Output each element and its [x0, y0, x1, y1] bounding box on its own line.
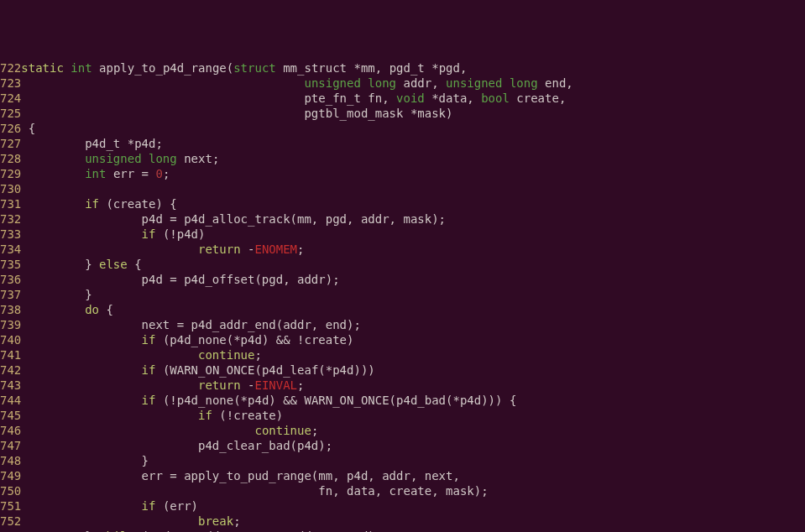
code-token: ; — [254, 348, 261, 362]
code-token: void — [396, 91, 425, 105]
line-number: 749 — [0, 469, 21, 482]
code-token — [21, 152, 85, 165]
code-token: next; — [177, 152, 220, 165]
code-token: 0 — [155, 167, 162, 180]
line-number: 746 — [0, 424, 21, 437]
code-line[interactable]: 752 break; — [0, 514, 805, 529]
code-line[interactable]: 731 if (create) { — [0, 196, 805, 211]
code-line[interactable]: 725 pgtbl_mod_mask *mask) — [0, 106, 805, 121]
code-token: pgtbl_mod_mask *mask) — [21, 107, 452, 120]
code-line[interactable]: 742 if (WARN_ON_ONCE(p4d_leaf(*p4d))) — [0, 362, 805, 378]
code-token: err = apply_to_pud_range(mm, p4d, addr, … — [21, 469, 460, 482]
code-line[interactable]: 746 continue; — [0, 423, 805, 438]
code-token: addr, — [396, 76, 446, 90]
line-number: 734 — [0, 243, 21, 256]
code-token: unsigned long — [446, 76, 538, 90]
code-line[interactable]: 733 if (!p4d) — [0, 227, 805, 242]
code-token: if — [142, 363, 156, 377]
code-line[interactable]: 743 return -EINVAL; — [0, 378, 805, 393]
code-token: p4d_clear_bad(p4d); — [21, 439, 332, 452]
line-number: 751 — [0, 499, 21, 513]
line-number: 733 — [0, 227, 21, 241]
code-token — [21, 499, 141, 513]
code-token — [21, 303, 85, 316]
code-line[interactable]: 727 p4d_t *p4d; — [0, 136, 805, 151]
code-line[interactable]: 729 int err = 0; — [0, 166, 805, 181]
line-number: 727 — [0, 137, 21, 150]
line-number: 725 — [0, 107, 21, 120]
code-line[interactable]: 748 } — [0, 453, 805, 468]
code-line[interactable]: 723 unsigned long addr, unsigned long en… — [0, 76, 805, 91]
code-line[interactable]: 753 } while (p4d++, addr = next, addr !=… — [0, 529, 805, 532]
code-token: return — [198, 243, 241, 256]
code-token — [21, 182, 28, 196]
code-line[interactable]: 734 return -ENOMEM; — [0, 242, 805, 257]
code-line[interactable]: 732 p4d = p4d_alloc_track(mm, pgd, addr,… — [0, 211, 805, 227]
code-token — [21, 167, 85, 180]
code-token: apply_to_p4d_range( — [92, 61, 234, 75]
code-token: int — [85, 167, 106, 180]
code-line[interactable]: 724 pte_fn_t fn, void *data, bool create… — [0, 91, 805, 106]
code-token: } — [21, 258, 99, 271]
code-line[interactable]: 737 } — [0, 287, 805, 302]
code-line[interactable]: 739 next = p4d_addr_end(addr, end); — [0, 317, 805, 332]
line-number: 748 — [0, 454, 21, 467]
line-number: 732 — [0, 212, 21, 226]
code-token: ENOMEM — [254, 243, 297, 256]
code-line[interactable]: 722static int apply_to_p4d_range(struct … — [0, 60, 805, 76]
code-token: ; — [233, 514, 240, 528]
code-line[interactable]: 730 — [0, 181, 805, 196]
code-line[interactable]: 744 if (!p4d_none(*p4d) && WARN_ON_ONCE(… — [0, 393, 805, 408]
code-token: ; — [163, 167, 170, 180]
code-token: return — [198, 378, 241, 392]
code-line[interactable]: 736 p4d = p4d_offset(pgd, addr); — [0, 272, 805, 287]
code-editor[interactable]: 722static int apply_to_p4d_range(struct … — [0, 60, 805, 532]
code-token: create, — [510, 91, 566, 105]
code-token: if — [142, 333, 156, 347]
code-line[interactable]: 728 unsigned long next; — [0, 151, 805, 166]
code-token: ; — [311, 424, 318, 437]
code-token: else — [99, 258, 128, 271]
code-token: if — [198, 409, 212, 422]
line-number: 735 — [0, 258, 21, 271]
code-token — [21, 409, 198, 422]
line-number: 743 — [0, 378, 21, 392]
line-number: 747 — [0, 439, 21, 452]
code-token: continue — [198, 348, 254, 362]
code-token: (WARN_ON_ONCE(p4d_leaf(*p4d))) — [155, 363, 374, 377]
line-number: 737 — [0, 288, 21, 301]
code-token: } — [21, 454, 149, 467]
code-token: static — [21, 61, 64, 75]
code-token: p4d = p4d_alloc_track(mm, pgd, addr, mas… — [21, 212, 446, 226]
code-token: (create) { — [99, 197, 177, 211]
code-line[interactable]: 741 continue; — [0, 347, 805, 362]
code-line[interactable]: 738 do { — [0, 302, 805, 317]
code-token: (!create) — [212, 409, 283, 422]
code-line[interactable]: 750 fn, data, create, mask); — [0, 483, 805, 498]
line-number: 726 — [0, 122, 21, 135]
code-token: bool — [481, 91, 510, 105]
code-line[interactable]: 751 if (err) — [0, 498, 805, 514]
code-token: ; — [297, 378, 304, 392]
code-line[interactable]: 747 p4d_clear_bad(p4d); — [0, 438, 805, 453]
code-line[interactable]: 745 if (!create) — [0, 408, 805, 423]
line-number: 728 — [0, 152, 21, 165]
code-token: } — [21, 288, 91, 301]
code-token: next = p4d_addr_end(addr, end); — [21, 318, 361, 331]
code-line[interactable]: 735 } else { — [0, 257, 805, 272]
code-token: break — [198, 514, 233, 528]
code-token — [21, 333, 141, 347]
line-number: 744 — [0, 394, 21, 407]
code-line[interactable]: 740 if (p4d_none(*p4d) && !create) — [0, 332, 805, 347]
code-token: mm_struct *mm, pgd_t *pgd, — [276, 61, 468, 75]
code-token — [21, 348, 198, 362]
code-token — [21, 394, 141, 407]
code-line[interactable]: 726 { — [0, 121, 805, 136]
line-number: 752 — [0, 514, 21, 528]
code-token: continue — [254, 424, 311, 437]
code-line[interactable]: 749 err = apply_to_pud_range(mm, p4d, ad… — [0, 468, 805, 483]
code-token: (!p4d) — [155, 227, 205, 241]
code-token — [21, 378, 198, 392]
code-token: fn, data, create, mask); — [21, 484, 488, 498]
code-token: end, — [538, 76, 573, 90]
